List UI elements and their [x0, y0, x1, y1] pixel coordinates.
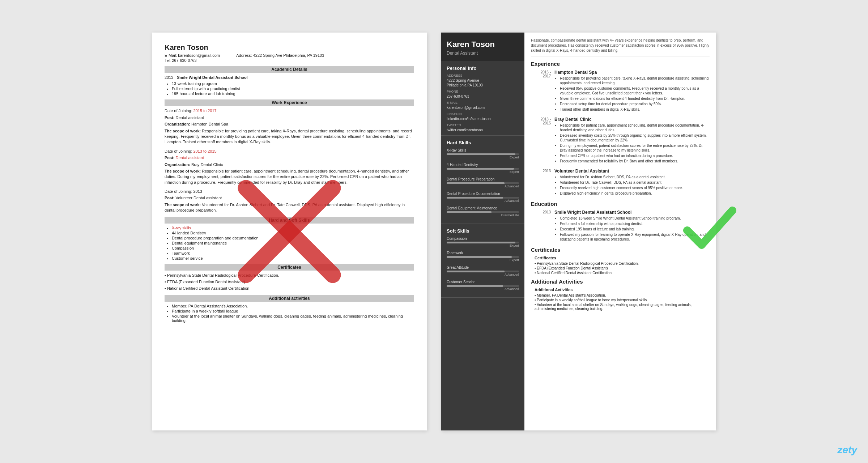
dates-label-1: Date of Joining:: [165, 109, 193, 113]
activities-block: Additional Activities • Member, PA Denta…: [531, 288, 710, 311]
list-item: Customer service: [172, 256, 414, 260]
cert-1: • Pennsylvania State Dental Radiological…: [165, 273, 414, 278]
work-entry-3: Date of Joining: 2013 Post: Volunteer De…: [165, 189, 414, 213]
list-item: Full externship with a practicing dentis…: [172, 86, 414, 91]
list-item: 195 hours of lecture and lab training: [172, 92, 414, 96]
list-item: Volunteered for Dr. Ashton Siebert, DDS,…: [560, 175, 710, 179]
right-name: Karen Toson: [447, 40, 519, 49]
linkedin-label: LinkedIn: [447, 112, 519, 116]
work-scope-1: The scope of work: Responsible for provi…: [165, 128, 414, 145]
list-item: Responsible for providing patient care, …: [560, 76, 710, 85]
list-item: Decreased setup time for dental procedur…: [560, 102, 710, 106]
hard-skills-title: Hard Skills: [447, 140, 519, 145]
list-item: Volunteer at the local animal shelter on…: [172, 314, 414, 323]
experience-title: Experience: [531, 61, 710, 67]
list-item: 4-Handed Dentistry: [172, 231, 414, 235]
skill-teamwork: Teamwork Expert: [447, 251, 519, 262]
resume-left: Karen Toson E-Mail: karentoson@gmail.com…: [152, 33, 427, 430]
email-label: E-mail: [447, 101, 519, 105]
list-item: Dental procedure preparation and documen…: [172, 236, 414, 240]
twitter-value: twitter.com/karentoson: [447, 128, 519, 132]
sidebar: Karen Toson Dental Assistant Personal In…: [441, 33, 524, 430]
list-item: Dental equipment maintenance: [172, 241, 414, 245]
academic-title: Academic Details: [165, 66, 414, 73]
list-item: Received 95% positive customer comments.…: [560, 86, 710, 95]
intro-text: Passionate, compassionate dental assista…: [531, 38, 710, 56]
activities-title: Additional activities: [165, 295, 414, 302]
work-dates-3: Date of Joining: 2013: [165, 189, 414, 194]
list-item: X-ray skills: [172, 226, 414, 230]
list-item: Volunteered for Dr. Tate Caswell, DDS, P…: [560, 180, 710, 185]
cert-2: • EFDA (Expanded Function Dental Assista…: [165, 279, 414, 285]
address-label: Address: [447, 74, 519, 77]
left-name: Karen Toson: [165, 43, 414, 52]
zety-logo: zety: [838, 444, 857, 456]
cert-right-2: • EFDA (Expanded Function Dental Assista…: [535, 266, 710, 270]
list-item: Trained other staff members in digital X…: [560, 107, 710, 112]
work-entry-2: Date of Joining: 2013 to 2015 Post: Dent…: [165, 149, 414, 185]
list-item: Frequently received high customer commen…: [560, 186, 710, 190]
academic-list: 13-week training program Full externship…: [165, 81, 414, 96]
resume-right: Karen Toson Dental Assistant Personal In…: [441, 33, 716, 430]
address-label: Address:: [236, 53, 252, 58]
work-title: Work Experience: [165, 99, 414, 106]
tel-value: 267-630-0763: [172, 58, 197, 63]
hard-skills-section: Hard Skills X-Ray Skills Expert 4-Handed…: [441, 136, 524, 224]
work-post-3: Post: Volunteer Dental assistant: [165, 195, 414, 201]
activity-right-3: • Volunteer at the local animal shelter …: [535, 303, 710, 311]
address-value: 4222 Spring AvenuePhiladelphia PA 19103: [447, 78, 519, 88]
left-email: E-Mail: karentoson@gmail.com Address: 42…: [165, 53, 414, 58]
work-dates-2: Date of Joining: 2013 to 2015: [165, 149, 414, 154]
work-entry-1: Date of Joining: 2015 to 2017 Post: Dent…: [165, 108, 414, 145]
email-label: E-Mail:: [165, 53, 177, 58]
exp-entry-2: 2013 -2015 Bray Dental Clinic Responsibl…: [531, 117, 710, 164]
exp-entry-3: 2013 Volunteer Dental Assistant Voluntee…: [531, 169, 710, 196]
phone-label: Phone: [447, 90, 519, 93]
activities-sub: Additional Activities: [535, 288, 710, 292]
email-value: karentoson@gmail.com: [178, 53, 220, 58]
linkedin-value: linkedin.com/in/karen-toson: [447, 116, 519, 121]
skill-xray: X-Ray Skills Expert: [447, 148, 519, 159]
phone-value: 267-630-0763: [447, 94, 519, 99]
email-value: karentoson@gmail.com: [447, 105, 519, 110]
skills-title: Hard and Soft Skills: [165, 217, 414, 224]
list-item: Teamwork: [172, 251, 414, 255]
certs-title: Certificates: [165, 264, 414, 271]
work-org-2: Organization: Bray Dental Clinic: [165, 162, 414, 167]
list-item: Performed CPR on a patient who had an in…: [560, 153, 710, 158]
work-post-1: Post: Dental assistant: [165, 115, 414, 120]
activities-list: Member, PA Dental Assistant's Associatio…: [165, 304, 414, 323]
cert-right-1: • Pennsylvania State Dental Radiological…: [535, 262, 710, 266]
list-item: During my employment, patient satisfacti…: [560, 143, 710, 153]
work-scope-2: The scope of work: Responsible for patie…: [165, 169, 414, 185]
soft-skills-title: Soft Skills: [447, 228, 519, 234]
page-container: Karen Toson E-Mail: karentoson@gmail.com…: [0, 0, 868, 463]
exp-entry-1: 2015 -2017 Hampton Dental Spa Responsibl…: [531, 70, 710, 112]
left-tel: Tel: 267-630-0763: [165, 58, 414, 63]
work-org-1: Organization: Hampton Dental Spa: [165, 122, 414, 127]
activities-title-right: Additional Activities: [531, 279, 710, 285]
address-value: 4222 Spring Ave Philadelphia, PA 19103: [253, 53, 324, 58]
work-dates-1: Date of Joining: 2015 to 2017: [165, 108, 414, 114]
work-post-2: Post: Dental assistant: [165, 155, 414, 161]
sidebar-header: Karen Toson Dental Assistant: [441, 33, 524, 61]
cert-3: • National Certified Dental Assistant Ce…: [165, 286, 414, 291]
soft-skills-section: Soft Skills Compassion Expert Teamwork E…: [441, 224, 524, 298]
list-item: Participate in a weekly softball league: [172, 309, 414, 313]
skill-attitude: Great Attitude Advanced: [447, 266, 519, 276]
activity-right-1: • Member, PA Dental Assistant's Associat…: [535, 293, 710, 297]
list-item: Frequently commended for reliability by …: [560, 159, 710, 163]
list-item: Displayed high efficiency in dental proc…: [560, 191, 710, 196]
skill-compassion: Compassion Expert: [447, 237, 519, 247]
tel-label: Tel:: [165, 58, 171, 63]
twitter-label: Twitter: [447, 123, 519, 127]
work-scope-3: The scope of work: Volunteered for Dr. A…: [165, 202, 414, 213]
skill-equipment: Dental Equipment Maintenance Intermediat…: [447, 206, 519, 217]
personal-info-section: Personal Info Address 4222 Spring Avenue…: [441, 61, 524, 136]
cert-right-3: • National Certified Dental Assistant Ce…: [535, 271, 710, 275]
skill-procedure-prep: Dental Procedure Preparation Advanced: [447, 177, 519, 188]
list-item: Member, PA Dental Assistant's Associatio…: [172, 304, 414, 308]
skill-procedure-doc: Dental Procedure Documentation Advanced: [447, 192, 519, 203]
list-item: 13-week training program: [172, 81, 414, 86]
green-check-icon: [680, 200, 738, 258]
